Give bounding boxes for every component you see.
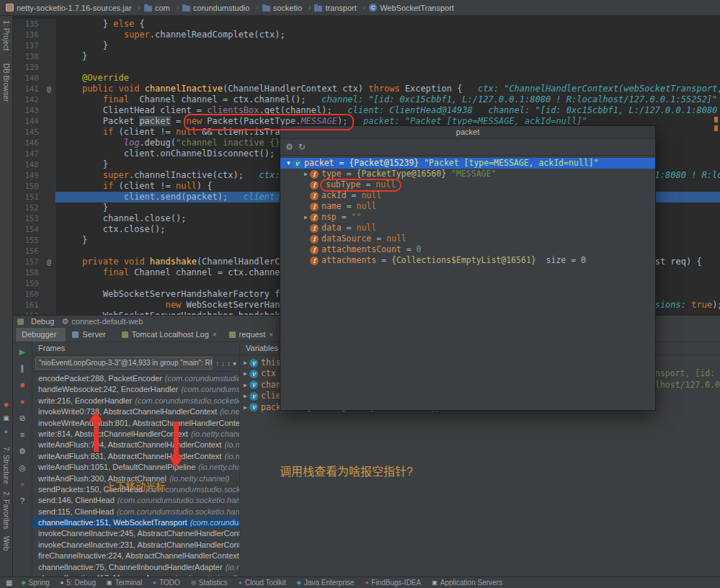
expand-arrow-icon[interactable]: ▶	[241, 368, 249, 379]
line-number[interactable]: 148	[13, 159, 43, 170]
popup-variable-row[interactable]: f ackId = null	[280, 190, 655, 201]
toolwindow-icon-red[interactable]: ◆	[4, 401, 9, 408]
line-number[interactable]: 139	[13, 62, 43, 73]
expand-arrow-icon[interactable]: ▶	[302, 169, 310, 179]
close-icon[interactable]: ×	[17, 479, 28, 489]
refresh-icon[interactable]: ↻	[298, 142, 306, 152]
status-item[interactable]: ◆ Java Enterprise	[297, 579, 355, 587]
line-number[interactable]: 142	[13, 94, 43, 105]
code-line[interactable]: 135 } else {	[13, 19, 720, 30]
thread-selector[interactable]: "nioEventLoopGroup-3-3"@14,933 in group …	[35, 357, 213, 370]
previous-frame-icon[interactable]: ↑	[215, 360, 219, 368]
status-item[interactable]: ▣ Application Servers	[432, 579, 502, 587]
code-line[interactable]: 137 }	[13, 40, 720, 51]
toolwindow-button[interactable]: 1: Project	[2, 20, 10, 50]
expand-arrow-icon[interactable]: ▶	[241, 380, 249, 391]
breadcrumb-item[interactable]: com ›	[144, 4, 182, 12]
stack-frame[interactable]: fireChannelInactive:224, AbstractChannel…	[32, 551, 239, 561]
popup-variable-row[interactable]: ▶ f type = {PacketType@16560} "MESSAGE"	[280, 169, 655, 179]
code-line[interactable]: 139	[13, 62, 720, 73]
breadcrumb-item[interactable]: corundumstudio ›	[182, 4, 262, 12]
line-number[interactable]: 149	[13, 170, 43, 181]
line-number[interactable]: 135	[13, 19, 43, 30]
popup-variable-row[interactable]: f data = null	[280, 223, 655, 233]
pause-icon[interactable]: ∥	[17, 363, 28, 373]
toolwindow-button[interactable]: DB Browser	[2, 63, 10, 102]
view-breakpoints-icon[interactable]: ●	[17, 396, 28, 406]
stack-frame[interactable]: writeAndFlush:1051, DefaultChannelPipeli…	[32, 462, 239, 473]
layout-icon[interactable]: ≡	[17, 429, 28, 440]
stack-frame[interactable]: invokeWrite0:738, AbstractChannelHandler…	[32, 406, 239, 417]
popup-variable-row[interactable]: ▶ f nsp = ""	[280, 212, 655, 223]
line-number[interactable]: 155	[13, 235, 43, 246]
toolwindow-button[interactable]: 7: Structure	[2, 447, 10, 484]
scrollbar-mark[interactable]	[714, 125, 718, 131]
code-line[interactable]: 140 @Override	[13, 73, 720, 84]
toolwindow-button[interactable]: 2: Favorites	[2, 491, 10, 529]
toolwindow-icon-gray[interactable]: ▣	[3, 414, 9, 422]
filter-frames-icon[interactable]: ▾	[233, 360, 236, 368]
stack-frame[interactable]: send:146, ClientHead(com.corundumstudio.…	[32, 495, 239, 506]
popup-variable-row[interactable]: f attachments = {Collections$EmptyList@1…	[280, 255, 655, 266]
mute-breakpoints-icon[interactable]: ⊘	[17, 413, 28, 423]
line-number[interactable]: 152	[13, 202, 43, 213]
breadcrumb-item[interactable]: netty-socketio-1.7.16-sources.jar ›	[6, 4, 144, 12]
line-number[interactable]: 145	[13, 127, 43, 138]
expand-arrow-icon[interactable]: ▶	[241, 402, 249, 413]
breadcrumb-item[interactable]: WebSocketTransport	[369, 4, 464, 12]
stack-frame[interactable]: writeAndFlush:300, AbstractChannel(io.ne…	[32, 473, 239, 484]
stack-frame[interactable]: write:216, EncoderHandler(com.corundumst…	[32, 396, 239, 406]
line-number[interactable]: 150	[13, 181, 43, 192]
breadcrumb-item[interactable]: socketio ›	[262, 4, 315, 12]
line-number[interactable]: 144	[13, 116, 43, 127]
breadcrumb-item[interactable]: transport ›	[314, 4, 369, 12]
resume-icon[interactable]: ▶	[17, 347, 28, 357]
line-number[interactable]: 140	[13, 73, 43, 84]
stack-frame[interactable]: invokeChannelInactive:245, AbstractChann…	[32, 528, 239, 539]
pin-icon[interactable]: ◎	[17, 463, 28, 473]
status-item[interactable]: ◆ Spring	[21, 579, 49, 587]
scrollbar-mark[interactable]	[714, 117, 718, 122]
stack-frame[interactable]: sendPackets:150, ClientHead(com.corundum…	[32, 484, 239, 495]
line-number[interactable]: 157	[13, 257, 43, 267]
line-number[interactable]: 161	[13, 300, 43, 311]
toolwindow-icon-blue[interactable]: ●	[4, 428, 8, 435]
stack-frame[interactable]: handleWebsocket:242, EncoderHandler(com.…	[32, 384, 239, 395]
line-number[interactable]: 136	[13, 30, 43, 40]
line-number[interactable]: 143	[13, 105, 43, 116]
line-number[interactable]: 153	[13, 213, 43, 224]
code-line[interactable]: 141 @ public void channelInactive(Channe…	[13, 84, 720, 94]
status-item[interactable]: ● FindBugs-IDEA	[365, 579, 421, 587]
status-item[interactable]: ◎ Statistics	[191, 579, 228, 587]
sort-frames-icon[interactable]: ↕	[227, 360, 231, 368]
toolwindow-button[interactable]: Web	[2, 536, 10, 551]
run-configuration[interactable]: ⚙ connect-default-web	[61, 317, 143, 326]
line-number[interactable]: 154	[13, 224, 43, 235]
debug-tab[interactable]: request ×	[223, 328, 280, 342]
line-number[interactable]: 137	[13, 40, 43, 51]
stack-frame[interactable]: invokeWriteAndFlush:801, AbstractChannel…	[32, 418, 239, 429]
tab-close-icon[interactable]: ×	[213, 328, 217, 342]
code-line[interactable]: 143 ClientHead client = clientsBox.get(c…	[13, 105, 720, 116]
stack-frame[interactable]: encodePacket:288, PacketEncoder(com.coru…	[32, 373, 239, 384]
expand-arrow-icon[interactable]: ▶	[241, 357, 249, 368]
popup-title[interactable]: packet	[280, 126, 655, 139]
line-number[interactable]: 141	[13, 84, 43, 94]
status-item[interactable]: ● TODO	[153, 579, 180, 587]
line-number[interactable]: 151	[13, 192, 43, 202]
help-icon[interactable]: ?	[17, 496, 28, 506]
code-line[interactable]: 142 final Channel channel = ctx.channel(…	[13, 94, 720, 105]
settings-gear-icon[interactable]: ⚙	[17, 446, 28, 456]
popup-variable-row[interactable]: f name = null	[280, 201, 655, 212]
tab-close-icon[interactable]: ×	[269, 328, 273, 342]
line-number[interactable]: 156	[13, 246, 43, 257]
stop-icon[interactable]: ■	[17, 380, 28, 390]
toolwindow-switcher-icon[interactable]: ▦	[6, 579, 12, 587]
popup-variable-row[interactable]: ▼ v packet = {Packet@15239} "Packet [typ…	[280, 158, 655, 169]
stack-frame[interactable]: invokeChannelInactive:231, AbstractChann…	[32, 540, 239, 551]
line-number[interactable]: 146	[13, 138, 43, 148]
stack-frame[interactable]: channelInactive:151, WebSocketTransport(…	[32, 517, 239, 528]
status-item[interactable]: ● 5: Debug	[61, 579, 96, 587]
stack-frame[interactable]: writeAndFlush:831, AbstractChannelHandle…	[32, 451, 239, 462]
debug-tab[interactable]: Server	[66, 328, 115, 342]
